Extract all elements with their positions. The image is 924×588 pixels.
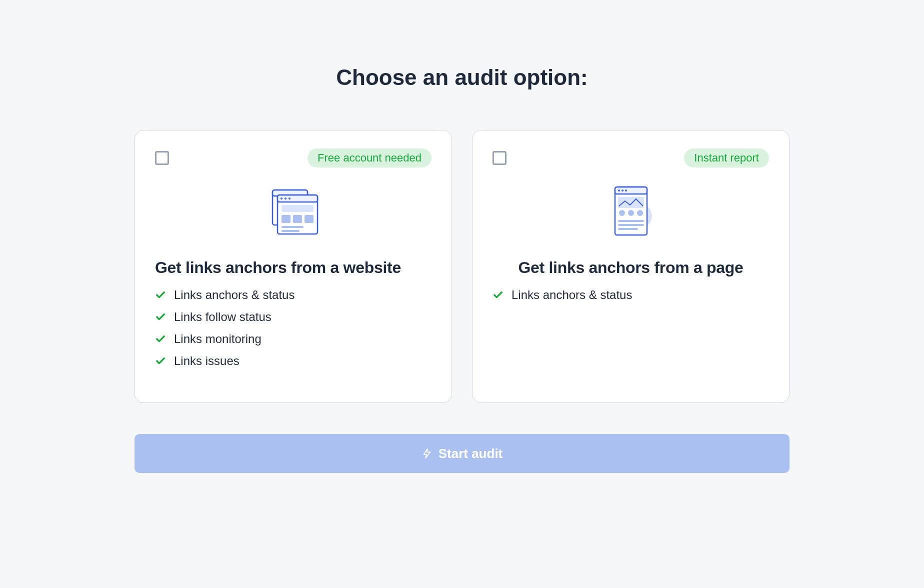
svg-point-5 <box>280 198 282 200</box>
feature-item: Links monitoring <box>155 332 432 346</box>
svg-rect-11 <box>304 215 314 223</box>
check-icon <box>155 334 166 344</box>
audit-option-website-card[interactable]: Free account needed Get <box>134 130 452 403</box>
svg-rect-25 <box>618 224 644 226</box>
single-page-illustration-icon <box>492 178 769 244</box>
website-pages-illustration-icon <box>155 178 432 244</box>
card-badge: Free account needed <box>308 148 432 168</box>
feature-item: Links follow status <box>155 310 432 324</box>
features-list: Links anchors & status <box>492 288 769 302</box>
svg-rect-24 <box>618 220 644 222</box>
svg-point-23 <box>637 210 643 216</box>
feature-label: Links anchors & status <box>174 288 294 302</box>
svg-rect-13 <box>282 230 300 232</box>
cards-row: Free account needed Get <box>134 130 790 403</box>
feature-item: Links issues <box>155 354 432 368</box>
svg-point-6 <box>284 198 286 200</box>
svg-point-17 <box>618 190 620 192</box>
svg-rect-9 <box>282 215 290 223</box>
start-audit-label: Start audit <box>438 446 503 462</box>
features-list: Links anchors & status Links follow stat… <box>155 288 432 368</box>
option-checkbox[interactable] <box>492 151 506 165</box>
feature-label: Links issues <box>174 354 240 368</box>
bolt-icon <box>422 448 432 459</box>
start-audit-button[interactable]: Start audit <box>134 434 790 473</box>
svg-rect-12 <box>282 226 304 228</box>
svg-point-22 <box>628 210 634 216</box>
card-header: Instant report <box>492 148 769 168</box>
svg-rect-8 <box>282 205 314 212</box>
card-badge: Instant report <box>684 148 769 168</box>
feature-item: Links anchors & status <box>155 288 432 302</box>
svg-rect-26 <box>618 228 638 230</box>
feature-label: Links follow status <box>174 310 272 324</box>
feature-label: Links anchors & status <box>512 288 632 302</box>
svg-rect-10 <box>293 215 302 223</box>
option-checkbox[interactable] <box>155 151 169 165</box>
card-title: Get links anchors from a website <box>155 258 432 277</box>
check-icon <box>155 356 166 366</box>
card-header: Free account needed <box>155 148 432 168</box>
audit-option-page-card[interactable]: Instant report Get link <box>472 130 790 403</box>
svg-point-7 <box>288 198 290 200</box>
svg-rect-4 <box>278 195 318 202</box>
card-title: Get links anchors from a page <box>492 258 769 277</box>
svg-point-19 <box>625 190 627 192</box>
check-icon <box>155 312 166 322</box>
page-title: Choose an audit option: <box>134 65 790 90</box>
feature-item: Links anchors & status <box>492 288 769 302</box>
check-icon <box>492 290 504 300</box>
svg-point-21 <box>619 210 625 216</box>
check-icon <box>155 290 166 300</box>
feature-label: Links monitoring <box>174 332 262 346</box>
svg-point-18 <box>622 190 624 192</box>
